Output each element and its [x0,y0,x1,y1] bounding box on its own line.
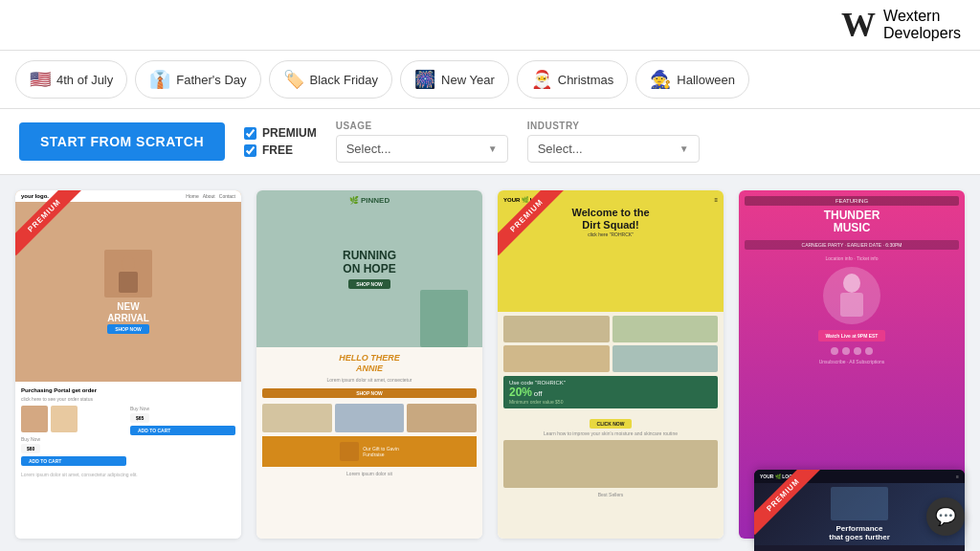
card1-title: NEWARRIVAL [107,301,149,324]
witch-icon: 🧙 [650,69,671,90]
card4-date-row: CARNEGIE PARTY · EARLIER DATE · 6:30PM [745,240,959,250]
card4-footer-links: Unsubscribe · All Subscriptions [745,359,959,364]
free-checkbox[interactable] [244,144,256,157]
card3-img-2 [612,316,719,342]
cat-label: Father's Day [176,73,246,87]
usage-select[interactable]: Select... ▼ [336,135,508,163]
cat-label: 4th of July [56,73,113,87]
product-images [21,406,126,432]
card2-content: 🌿 PINNED RUNNINGON HOPE SHOP NOW HELLO T… [256,190,482,539]
premium-ribbon-wrapper-5: PREMIUM [754,470,821,537]
card3-img-grid [503,316,718,372]
product-img-1 [21,406,48,432]
chat-icon: 💬 [935,506,956,527]
card3-cta-wrapper: CLICK NOW [503,412,718,430]
premium-label: PREMIUM [262,126,317,140]
card4-sub-info: Location info · Ticket info [745,255,959,261]
card4-watch-btn: Watch Live at 9PM EST [818,330,886,342]
cat-label: New Year [441,73,495,87]
card2-icon [340,442,359,461]
card3-img-4 [612,345,719,372]
product-left: Buy Now $60 ADD TO CART [21,406,126,466]
card3-img-1 [503,316,610,342]
premium-checkbox[interactable] [244,127,256,140]
add-cart-btn-2: ADD TO CART [130,426,235,435]
card4-featuring-label: FEATURING [745,196,959,206]
card5-hero-img [831,487,888,520]
product-desc: Lorem ipsum dolor sit amet, consectetur … [21,472,235,477]
cat-label: Christmas [558,73,614,87]
card2-product-images [262,404,477,432]
usage-filter: USAGE Select... ▼ [336,121,508,163]
card5-title: Performancethat goes further [829,524,890,541]
industry-filter: INDUSTRY Select... ▼ [527,121,700,163]
card2-icon-text: Our Gift to GavinFundraise [363,446,399,457]
purchasing-title: Purchasing Portal get order [21,387,235,393]
premium-badge: PREMIUM [15,190,82,255]
card3-products: Use code "ROHRICK" 20% off Minimum order… [498,312,724,539]
discount-pct: 20% [509,386,532,399]
product-right: Buy Now $65 ADD TO CART [130,406,235,466]
price-1: $60 [21,444,40,453]
cat-black-friday[interactable]: 🏷️ Black Friday [269,60,393,99]
cat-label: Black Friday [310,73,379,87]
premium-badge-3: PREMIUM [498,190,565,255]
card1-hero-image [104,250,152,298]
santa-icon: 🎅 [531,69,552,90]
card2-icon-section: Our Gift to GavinFundraise [262,436,477,467]
premium-checkbox-row[interactable]: PREMIUM [244,126,317,140]
price-2: $65 [130,413,149,423]
card1-hero: NEWARRIVAL SHOP NOW [100,202,156,382]
chat-bubble[interactable]: 💬 [926,497,965,536]
template-dirt-squad[interactable]: PREMIUM YOUR 🌿 LOGO ≡ Welcome to theDirt… [498,190,724,539]
logo-w: W [841,8,876,42]
logo-text: Wextern Developers [883,8,961,42]
template-running-on-hope[interactable]: 🌿 PINNED RUNNINGON HOPE SHOP NOW HELLO T… [256,190,482,539]
card1-bottom: Purchasing Portal get order click here t… [15,382,241,539]
industry-label: INDUSTRY [527,121,700,131]
card2-btn: SHOP NOW [348,279,390,289]
purchase-row: Buy Now $60 ADD TO CART Buy Now $65 ADD … [21,406,235,466]
cat-halloween[interactable]: 🧙 Halloween [635,60,749,99]
usage-label: USAGE [336,121,508,131]
cat-4th-of-july[interactable]: 🇺🇸 4th of July [15,60,127,99]
svg-point-0 [122,256,135,272]
svg-rect-1 [119,272,138,293]
card2-footer-text: Lorem ipsum dolor sit [262,471,477,476]
card1-nav: Home About Contact [186,193,235,199]
card5-nav: ≡ [956,474,959,479]
free-checkbox-row[interactable]: FREE [244,143,317,157]
premium-badge-5: PREMIUM [754,470,821,535]
logo-area: W Wextern Developers [841,8,961,42]
social-tw-icon [842,347,850,355]
cat-label: Halloween [677,73,735,87]
chevron-down-icon: ▼ [679,143,689,154]
card3-promo-block: Use code "ROHRICK" 20% off Minimum order… [503,376,718,408]
category-nav: 🇺🇸 4th of July 👔 Father's Day 🏷️ Black F… [0,51,980,109]
card2-greeting: HELLO THEREANNIE [262,353,477,374]
price-row: $60 [21,444,126,453]
toolbar: START FROM SCRATCH PREMIUM FREE USAGE Se… [0,109,980,175]
price-row-2: $65 [130,413,235,423]
premium-ribbon-wrapper: PREMIUM [15,190,82,257]
industry-select[interactable]: Select... ▼ [527,135,700,163]
card2-subtext: Lorem ipsum dolor sit amet, consectetur [262,377,477,383]
tag-icon: 🏷️ [283,69,304,90]
social-ig-icon [854,347,861,355]
card4-social-row [745,347,959,355]
svg-point-2 [843,274,860,293]
card2-cta: SHOP NOW [348,279,390,289]
flag-icon: 🇺🇸 [30,69,51,90]
fireworks-icon: 🎆 [414,69,435,90]
cat-new-year[interactable]: 🎆 New Year [400,60,509,99]
free-label: FREE [262,143,293,157]
start-from-scratch-button[interactable]: START FROM SCRATCH [19,122,225,161]
card4-title: THUNDERMUSIC [745,209,959,234]
template-new-arrival[interactable]: PREMIUM your logo. Home About Contact N [15,190,241,539]
cat-fathers-day[interactable]: 👔 Father's Day [135,60,260,99]
chevron-down-icon: ▼ [488,143,498,154]
card2-shop-btn: SHOP NOW [262,388,477,398]
card3-cta-btn: CLICK NOW [590,419,633,429]
filter-checkboxes: PREMIUM FREE [244,126,317,157]
cat-christmas[interactable]: 🎅 Christmas [517,60,629,99]
